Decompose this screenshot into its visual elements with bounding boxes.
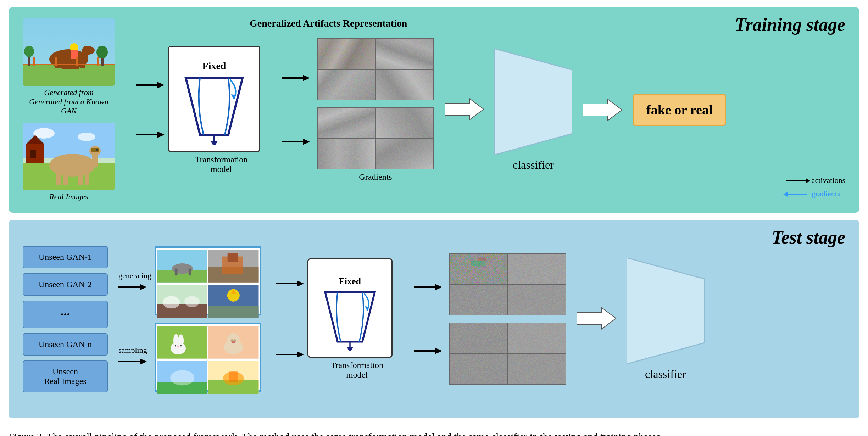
svg-rect-118 xyxy=(471,261,485,266)
test-grad-cell-3 xyxy=(450,285,507,315)
svg-rect-133 xyxy=(508,354,566,384)
classifier-training: classifier xyxy=(494,49,572,172)
test-grad-cell-8 xyxy=(508,354,566,384)
svg-rect-14 xyxy=(55,57,57,66)
svg-rect-131 xyxy=(450,354,507,384)
arrows-labels-test: generating sampling xyxy=(118,245,151,393)
grad-cell-4 xyxy=(376,70,434,100)
legend-gradients: gradients xyxy=(786,189,845,199)
transform-box-training: Fixed xyxy=(168,46,260,152)
sampling-label: sampling xyxy=(118,346,147,355)
svg-rect-104 xyxy=(229,371,238,382)
big-arrow-test xyxy=(577,306,616,332)
svg-marker-64 xyxy=(140,358,147,365)
transform-box-test: Fixed xyxy=(307,258,393,358)
svg-rect-121 xyxy=(508,254,566,284)
svg-rect-54 xyxy=(318,108,375,138)
transform-label-training: Transformationmodel xyxy=(195,155,247,174)
gan-box-n: Unseen GAN-n xyxy=(23,333,108,356)
test-cell-3 xyxy=(157,284,208,319)
svg-point-18 xyxy=(96,46,108,58)
test-grad-cell-4 xyxy=(508,285,566,315)
svg-point-94 xyxy=(232,333,236,337)
svg-marker-58 xyxy=(445,99,484,120)
svg-point-76 xyxy=(162,296,180,308)
figure-caption: Figure 2. The overall pipeline of the pr… xyxy=(9,429,789,436)
big-arrow-training xyxy=(445,97,484,123)
test-stage-title: Test stage xyxy=(772,227,845,248)
svg-rect-27 xyxy=(56,169,61,185)
svg-rect-73 xyxy=(228,253,238,262)
svg-point-88 xyxy=(180,345,182,347)
gan-box-2: Unseen GAN-2 xyxy=(23,273,108,296)
svg-rect-129 xyxy=(508,323,566,353)
gan-box-1: Unseen GAN-1 xyxy=(23,246,108,268)
test-cell-8 xyxy=(208,360,259,395)
test-cell-1 xyxy=(157,249,208,283)
real-image xyxy=(23,123,115,190)
svg-marker-39 xyxy=(157,82,165,88)
test-image-grids xyxy=(155,246,261,392)
svg-point-97 xyxy=(232,341,235,343)
svg-rect-51 xyxy=(376,39,434,69)
svg-rect-15 xyxy=(76,57,78,66)
svg-rect-57 xyxy=(376,139,434,169)
svg-marker-115 xyxy=(435,348,442,354)
test-grad-cell-1 xyxy=(450,254,507,284)
classifier-label-training: classifier xyxy=(513,158,554,172)
fixed-label-training: Fixed xyxy=(202,60,226,72)
svg-marker-135 xyxy=(627,258,705,364)
svg-marker-111 xyxy=(347,347,353,351)
transform-col-training: Fixed Transformationmodel xyxy=(168,46,274,174)
activations-label: activations xyxy=(812,176,845,185)
test-grid-real xyxy=(155,323,261,392)
fixed-label-test: Fixed xyxy=(339,276,361,287)
svg-rect-55 xyxy=(376,108,434,138)
legend-activations: activations xyxy=(786,176,845,185)
arrows-to-grad-test xyxy=(414,255,442,383)
generating-label: generating xyxy=(118,271,151,280)
arrows-to-transform-test xyxy=(276,248,304,390)
grad-cell-8 xyxy=(376,139,434,169)
arrows-to-gradients xyxy=(282,46,310,174)
svg-marker-41 xyxy=(157,132,165,138)
generated-image xyxy=(23,18,115,86)
gradients-arrow-icon xyxy=(786,194,807,195)
training-panel: Training stage Generalized Artifacts Rep… xyxy=(9,7,859,213)
svg-rect-69 xyxy=(189,269,191,276)
svg-point-20 xyxy=(24,46,34,57)
legend-box: activations gradients xyxy=(786,176,845,199)
caption-text: Figure 2. The overall pipeline of the pr… xyxy=(9,429,789,436)
svg-rect-9 xyxy=(84,46,88,57)
gradient-panel-top-test xyxy=(449,253,566,315)
svg-point-24 xyxy=(78,133,95,141)
classifier-test: classifier xyxy=(627,258,705,381)
grad-cell-5 xyxy=(318,108,375,138)
dual-arrows-training xyxy=(136,60,165,160)
test-cell-6 xyxy=(208,325,259,359)
test-grid-generated xyxy=(155,246,261,315)
svg-marker-134 xyxy=(577,308,616,329)
svg-marker-108 xyxy=(297,351,304,358)
test-cell-4 xyxy=(208,284,259,319)
svg-point-84 xyxy=(173,334,179,346)
transform-label-test: Transformationmodel xyxy=(331,360,383,380)
real-image-box: Real Images xyxy=(23,123,115,201)
classifier-label-test: classifier xyxy=(645,368,686,381)
svg-marker-48 xyxy=(303,139,310,145)
main-container: Training stage Generalized Artifacts Rep… xyxy=(9,7,859,436)
svg-marker-46 xyxy=(303,75,310,81)
gan-dots: ··· xyxy=(23,301,108,328)
test-cell-7 xyxy=(157,360,208,395)
gradient-panels-test xyxy=(449,253,566,385)
svg-point-85 xyxy=(178,334,184,347)
svg-rect-50 xyxy=(318,39,375,69)
test-grad-cell-7 xyxy=(450,354,507,384)
test-panel: Test stage Unseen GAN-1 Unseen GAN-2 ···… xyxy=(9,220,859,418)
svg-marker-59 xyxy=(494,49,572,155)
svg-rect-53 xyxy=(376,70,434,100)
gradient-panel-top xyxy=(317,38,434,100)
svg-rect-68 xyxy=(175,269,178,276)
svg-rect-16 xyxy=(97,57,99,66)
test-grad-cell-2 xyxy=(508,254,566,284)
